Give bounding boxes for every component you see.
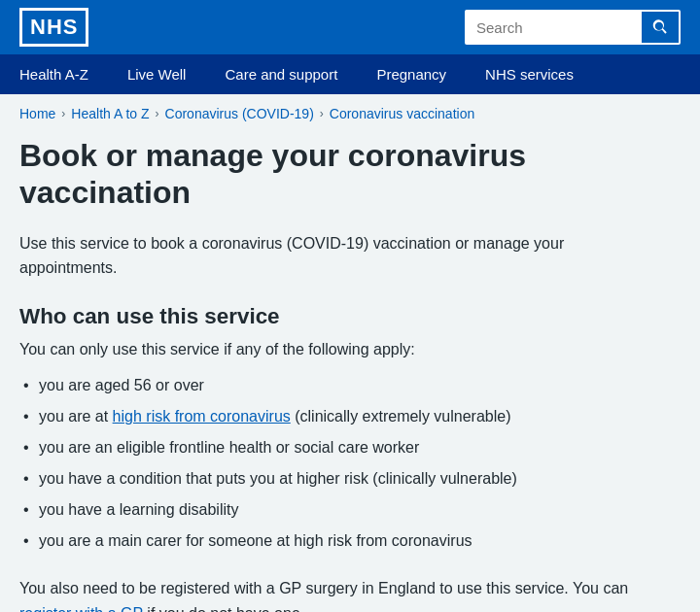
page-title: Book or manage your coronavirus vaccinat… [19,137,661,212]
who-can-use-heading: Who can use this service [19,304,661,329]
search-input[interactable] [465,10,640,45]
criteria-intro: You can only use this service if any of … [19,341,661,358]
breadcrumb-sep-1: › [61,107,65,120]
list-item: you are at high risk from coronavirus (c… [19,401,661,432]
breadcrumb-covid[interactable]: Coronavirus (COVID-19) [165,106,314,121]
breadcrumb: Home › Health A to Z › Coronavirus (COVI… [0,94,700,127]
nav-item-live-well[interactable]: Live Well [108,54,206,94]
list-item: you have a condition that puts you at hi… [19,463,661,494]
nav-item-pregnancy[interactable]: Pregnancy [357,54,466,94]
site-header: NHS [0,0,700,54]
high-risk-link[interactable]: high risk from coronavirus [113,408,291,425]
breadcrumb-health-az[interactable]: Health A to Z [71,106,149,121]
main-content: Book or manage your coronavirus vaccinat… [0,127,681,612]
list-item: you are a main carer for someone at high… [19,526,661,557]
list-item: you have a learning disability [19,494,661,526]
nhs-logo-text: NHS [30,15,78,39]
nhs-logo[interactable]: NHS [19,8,88,47]
intro-paragraph: Use this service to book a coronavirus (… [19,231,661,281]
criteria-list: you are aged 56 or over you are at high … [19,370,661,557]
register-gp-link[interactable]: register with a GP [19,605,143,612]
nav-item-health-az[interactable]: Health A-Z [0,54,108,94]
nav-item-nhs-services[interactable]: NHS services [466,54,593,94]
nav-item-care-support[interactable]: Care and support [205,54,357,94]
breadcrumb-sep-3: › [320,107,324,120]
footer-note: You also need to be registered with a GP… [19,576,661,612]
list-item: you are an eligible frontline health or … [19,432,661,463]
breadcrumb-vaccination[interactable]: Coronavirus vaccination [330,106,474,121]
list-item: you are aged 56 or over [19,370,661,401]
search-container [465,10,681,45]
search-button[interactable] [640,10,681,45]
search-icon [651,18,669,36]
main-nav: Health A-Z Live Well Care and support Pr… [0,54,700,94]
breadcrumb-home[interactable]: Home [19,106,55,121]
breadcrumb-sep-2: › [156,107,159,120]
